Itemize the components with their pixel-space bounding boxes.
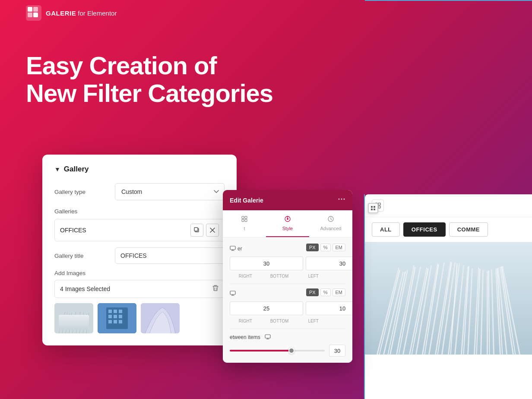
svg-rect-35 — [245, 216, 247, 218]
gallery-panel: ▼ Gallery Gallery type Custom Galleries … — [42, 155, 237, 345]
thumbnail-2[interactable] — [98, 303, 136, 333]
svg-rect-45 — [371, 209, 373, 210]
logo-text: GALERIE for Elementor — [46, 10, 117, 17]
edit-tabs: t Style Advanced — [223, 210, 352, 238]
svg-rect-28 — [114, 320, 117, 323]
gallery-item-name: OFFICES — [60, 227, 86, 234]
thumbnail-3[interactable] — [141, 303, 180, 333]
copy-gallery-button[interactable] — [190, 224, 203, 237]
filter-all-btn[interactable]: ALL — [372, 222, 400, 237]
svg-point-32 — [341, 199, 342, 200]
slider-value: 30 — [329, 345, 345, 357]
tab-style[interactable]: Style — [266, 210, 309, 237]
spacing-row-2 — [230, 301, 345, 315]
edit-panel: Edit Galerie t Style Advanced — [223, 190, 352, 363]
spacing-bottom-2[interactable] — [306, 301, 352, 315]
selection-border-top — [365, 0, 532, 1]
gallery-type-label: Gallery type — [54, 189, 115, 195]
slider-fill — [230, 350, 291, 352]
unit-selector-2: PX % EM — [306, 288, 345, 296]
logo-icon — [26, 5, 41, 21]
gallery-title-input[interactable] — [115, 247, 225, 264]
advanced-tab-icon — [327, 215, 334, 224]
gallery-type-row: Gallery type Custom — [54, 183, 225, 200]
logo: GALERIE for Elementor — [26, 5, 117, 21]
trash-icon[interactable] — [212, 285, 219, 293]
filter-buttons: ALL OFFICES COMME — [365, 217, 532, 242]
gallery-item-actions — [190, 224, 219, 237]
spacing-labels-1: RIGHT BOTTOM LEFT — [230, 274, 345, 279]
svg-rect-46 — [374, 209, 375, 210]
filter-offices-btn[interactable]: OFFICES — [403, 222, 446, 237]
preview-image-area — [365, 242, 532, 355]
divider-2 — [230, 329, 345, 329]
monitor-icon-2 — [230, 291, 236, 297]
between-items-row: etween items — [230, 333, 345, 341]
gallery-type-select[interactable]: Custom — [115, 183, 225, 200]
architecture-image — [365, 242, 532, 355]
svg-rect-44 — [374, 206, 375, 208]
svg-rect-43 — [371, 206, 373, 208]
unit-em-btn-2[interactable]: EM — [332, 288, 346, 296]
svg-rect-22 — [114, 310, 117, 313]
hero-title: Easy Creation of New Filter Categories — [26, 52, 273, 107]
label-right-2: RIGHT — [230, 319, 261, 323]
slider-track[interactable] — [230, 350, 325, 352]
svg-rect-21 — [108, 310, 112, 313]
svg-rect-41 — [230, 291, 235, 294]
svg-rect-25 — [114, 315, 117, 318]
svg-rect-1 — [28, 7, 32, 12]
thumbnail-1[interactable] — [54, 303, 93, 333]
svg-rect-40 — [230, 246, 235, 250]
unit-px-btn-1[interactable]: PX — [306, 244, 319, 251]
label-bottom-1: BOTTOM — [264, 274, 295, 279]
svg-rect-2 — [33, 7, 38, 12]
unit-percent-btn-1[interactable]: % — [320, 244, 331, 251]
monitor-icon-3 — [265, 333, 271, 341]
svg-rect-27 — [108, 320, 112, 323]
gallery-title-label: Gallery title — [54, 253, 115, 259]
widget-handle[interactable] — [368, 203, 378, 213]
tab-advanced[interactable]: Advanced — [309, 210, 352, 237]
svg-rect-42 — [265, 335, 270, 338]
preview-panel: ALL OFFICES COMME — [365, 194, 532, 399]
filter-comme-btn[interactable]: COMME — [449, 222, 488, 237]
spacing-row-1 — [230, 256, 345, 270]
gallery-item-box: OFFICES — [54, 219, 225, 241]
spacing-right-2[interactable] — [230, 301, 303, 315]
unit-selector-1: PX % EM — [306, 244, 345, 251]
tab-style-label: Style — [282, 226, 293, 231]
svg-rect-3 — [28, 13, 32, 17]
unit-em-btn-1[interactable]: EM — [332, 244, 346, 251]
tab-advanced-label: Advanced — [320, 226, 342, 231]
spacing-bottom-1[interactable] — [306, 256, 352, 270]
header: GALERIE for Elementor — [0, 0, 532, 26]
edit-panel-title: Edit Galerie — [230, 197, 263, 204]
edit-panel-header: Edit Galerie — [223, 190, 352, 210]
slider-row: 30 — [230, 345, 345, 357]
panel-header: ▼ Gallery — [54, 165, 225, 174]
svg-rect-36 — [242, 219, 244, 222]
unit-px-btn-2[interactable]: PX — [306, 288, 319, 296]
slider-thumb[interactable] — [288, 348, 294, 354]
label-bottom-2: BOTTOM — [264, 319, 295, 323]
dots-menu-icon[interactable] — [338, 195, 345, 205]
svg-rect-48 — [378, 203, 380, 205]
spacing-labels-2: RIGHT BOTTOM LEFT — [230, 319, 345, 323]
svg-rect-24 — [108, 315, 112, 318]
label-right-1: RIGHT — [230, 274, 261, 279]
svg-rect-29 — [119, 320, 122, 323]
svg-rect-9 — [54, 303, 93, 333]
edit-content: er PX % EM RIGHT BOTTOM LEFT — [223, 238, 352, 363]
monitor-icon-1 — [230, 246, 236, 252]
panel-collapse-arrow[interactable]: ▼ — [54, 166, 60, 173]
unit-percent-btn-2[interactable]: % — [320, 288, 331, 296]
label-left-2: LEFT — [298, 319, 329, 323]
remove-gallery-button[interactable] — [206, 224, 219, 237]
hero-section: Easy Creation of New Filter Categories — [26, 52, 273, 107]
svg-rect-4 — [33, 13, 38, 17]
gallery-title-row: Gallery title — [54, 247, 225, 264]
tab-content[interactable]: t — [223, 210, 266, 237]
spacing-right-1[interactable] — [230, 256, 303, 270]
svg-point-39 — [287, 218, 288, 220]
